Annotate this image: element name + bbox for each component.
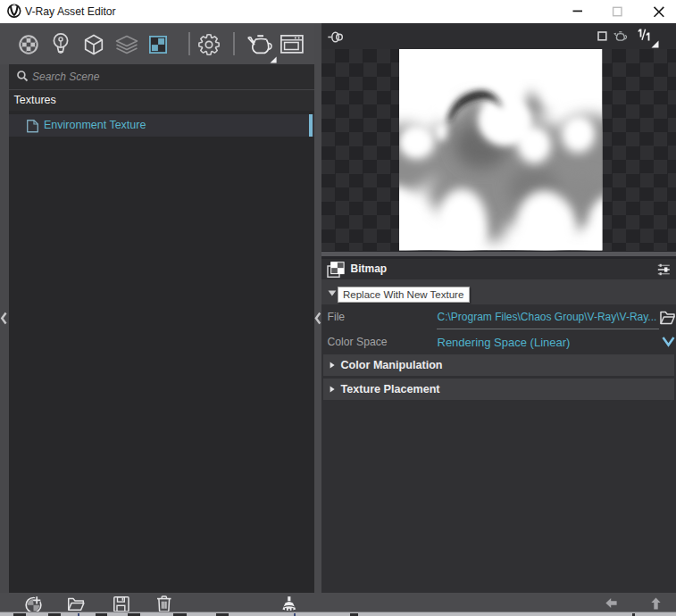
file-label: File (328, 304, 346, 330)
color-space-value[interactable]: Rendering Space (Linear) (438, 330, 571, 354)
taskbar-peek-mark (216, 613, 229, 616)
window-title: V-Ray Asset Editor (25, 0, 116, 23)
dropdown-triangle-icon[interactable] (328, 290, 337, 296)
title-bar: V-Ray Asset Editor (0, 0, 676, 23)
asset-item-label: Environment Texture (44, 114, 146, 137)
bottom-toolbar (0, 593, 676, 612)
collapsed-arrow-icon (330, 386, 335, 393)
panel-splitter-gutter[interactable] (314, 23, 321, 593)
toolbar-separator-2 (233, 32, 235, 55)
texture-preview-image[interactable] (399, 49, 603, 251)
texture-file-icon (27, 120, 38, 133)
geometry-icon[interactable] (83, 34, 104, 55)
preview-projection-icon[interactable] (328, 32, 347, 42)
list-scrollbar-thumb[interactable] (309, 114, 313, 137)
taskbar-peek-mark (173, 613, 187, 616)
lights-icon[interactable] (50, 32, 71, 57)
asset-group-label: Textures (14, 90, 56, 111)
window-bottom-edge (0, 612, 676, 616)
section-label: Color Manipulation (341, 354, 443, 376)
collapsed-arrow-icon (330, 362, 335, 369)
chevron-down-icon[interactable] (662, 336, 675, 347)
preview-plane-icon[interactable] (597, 31, 607, 41)
section-color-manipulation[interactable]: Color Manipulation (323, 354, 674, 376)
textures-icon-selected[interactable] (149, 36, 167, 54)
back-arrow-icon[interactable] (605, 597, 617, 609)
asset-list-item-environment-texture[interactable]: Environment Texture (9, 114, 314, 137)
section-label: Texture Placement (341, 379, 440, 400)
delete-trash-icon[interactable] (156, 595, 172, 612)
sliders-icon[interactable] (657, 263, 671, 275)
preview-scrollbar-track[interactable] (321, 252, 676, 257)
left-collapse-gutter[interactable] (0, 64, 9, 594)
taskbar-peek-mark (350, 613, 358, 616)
bitmap-icon (327, 262, 345, 278)
texture-type-header[interactable]: Bitmap (321, 259, 676, 279)
file-property-row: File C:\Program Files\Chaos Group\V-Ray\… (321, 304, 676, 330)
open-file-folder-icon[interactable] (660, 310, 675, 325)
asset-toolbar (0, 23, 314, 64)
collapse-left-chevron-icon (0, 312, 9, 325)
frame-buffer-icon[interactable] (280, 35, 304, 54)
section-texture-placement[interactable]: Texture Placement (323, 379, 674, 400)
taskbar-peek-mark (48, 613, 61, 616)
close-button[interactable] (649, 0, 671, 23)
properties-panel: Bitmap Replace With New Texture File C:\… (321, 23, 676, 593)
vray-logo-icon (7, 4, 21, 18)
tooltip: Replace With New Texture (338, 287, 470, 303)
render-dropdown-corner-icon[interactable] (270, 56, 277, 63)
purge-broom-icon[interactable] (280, 595, 298, 612)
texture-type-label: Bitmap (351, 259, 388, 279)
taskbar-peek-mark (632, 613, 635, 616)
layers-icon[interactable] (115, 35, 138, 56)
file-path-value[interactable]: C:\Program Files\Chaos Group\V-Ray\V-Ray… (438, 304, 657, 330)
render-teapot-icon[interactable] (246, 33, 273, 56)
minimize-button[interactable] (567, 0, 588, 23)
color-space-label: Color Space (328, 330, 388, 354)
color-space-property-row: Color Space Rendering Space (Linear) (321, 330, 676, 354)
up-arrow-icon[interactable] (651, 597, 661, 610)
asset-group-header[interactable]: Textures (9, 90, 314, 111)
taskbar-peek-mark (96, 613, 107, 616)
asset-list-panel: Search Scene Textures Environment Textur… (9, 64, 314, 594)
taskbar-peek-mark (128, 613, 140, 616)
maximize-button[interactable] (608, 0, 630, 23)
taskbar-peek-mark (78, 613, 79, 616)
toolbar-separator-1 (188, 32, 190, 55)
search-bar[interactable]: Search Scene (9, 64, 314, 89)
save-icon[interactable] (113, 596, 129, 612)
taskbar-peek-mark (294, 613, 296, 616)
open-folder-icon[interactable] (68, 596, 85, 612)
materials-icon[interactable] (18, 34, 39, 55)
pages-dropdown-corner-icon[interactable] (651, 40, 659, 48)
search-input[interactable]: Search Scene (32, 64, 99, 89)
settings-icon[interactable] (198, 34, 220, 55)
taskbar-peek-mark (13, 613, 26, 616)
preview-teapot-icon[interactable] (613, 31, 630, 42)
search-icon (17, 71, 29, 82)
